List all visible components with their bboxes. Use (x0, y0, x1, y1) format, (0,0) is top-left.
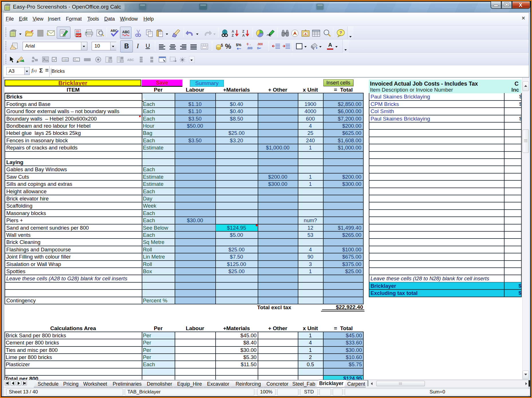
svg-text:.000: .000 (257, 43, 263, 46)
svg-text:ABC: ABC (127, 58, 134, 62)
svg-text:$: $ (221, 43, 223, 48)
svg-text:Z: Z (242, 29, 244, 34)
svg-text:0↩: 0↩ (257, 47, 261, 50)
svg-text:0→: 0→ (247, 43, 251, 46)
svg-text:A: A (242, 34, 245, 37)
svg-text:PDF: PDF (76, 34, 81, 37)
svg-text:ABC: ABC (63, 58, 69, 61)
svg-text:#...: #... (74, 58, 78, 61)
svg-text:A: A (232, 29, 234, 34)
svg-text:Z: Z (232, 34, 234, 37)
svg-text:ABC: ABC (122, 30, 130, 34)
svg-text:.000: .000 (247, 47, 253, 50)
svg-text:?: ? (339, 30, 342, 35)
svg-text:$%: $% (236, 43, 241, 47)
